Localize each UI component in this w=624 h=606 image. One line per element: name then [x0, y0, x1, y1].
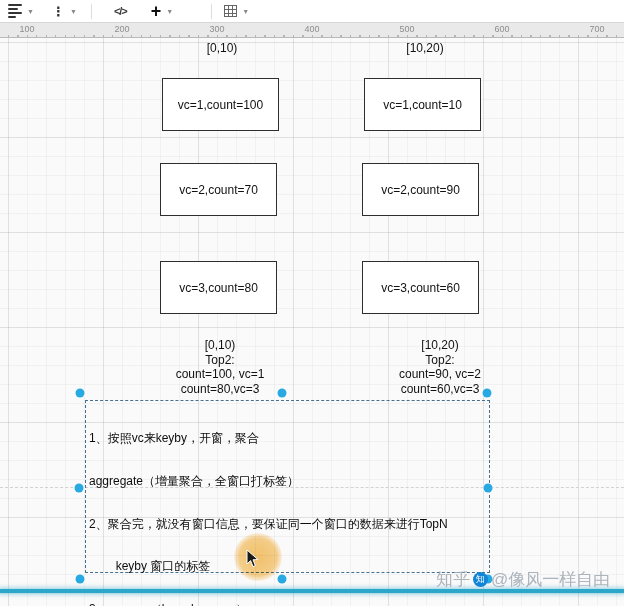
ruler-tick: 300	[209, 24, 224, 34]
edit-code-button[interactable]: </>	[92, 5, 127, 17]
diagram-editor-window: ▼ ⋮ ▼ </> + ▼ ▼ 100 200 300 400 500 600 …	[0, 0, 624, 606]
chevron-down-icon[interactable]: ▼	[166, 8, 173, 15]
ruler-tick: 600	[494, 24, 509, 34]
line-spacing-button[interactable]: ▼	[0, 4, 34, 18]
zhihu-logo-icon: 知	[473, 572, 488, 587]
note-line: 1、按照vc来keyby，开窗，聚合	[89, 431, 448, 445]
window-summary[interactable]: [0,10) Top2: count=100, vc=1 count=80,vc…	[176, 338, 265, 396]
chevron-down-icon[interactable]: ▼	[242, 8, 249, 15]
window-range-label[interactable]: [0,10)	[207, 41, 238, 55]
plus-icon: +	[151, 2, 162, 20]
summary-line: [10,20)	[399, 338, 481, 353]
vc-count-box[interactable]: vc=2,count=90	[362, 163, 479, 216]
selection-handle[interactable]	[76, 575, 85, 584]
note-line: aggregate（增量聚合，全窗口打标签）	[89, 474, 448, 488]
horizontal-ruler: 100 200 300 400 500 600 700	[0, 22, 624, 38]
table-grid-icon	[224, 5, 237, 17]
ruler-tick: 500	[399, 24, 414, 34]
watermark: 知乎 知 @像风一样自由	[436, 568, 610, 591]
chevron-down-icon[interactable]: ▼	[27, 8, 34, 15]
vc-count-box[interactable]: vc=1,count=100	[162, 78, 279, 131]
vc-count-box[interactable]: vc=3,count=80	[160, 261, 277, 314]
ruler-tick: 200	[114, 24, 129, 34]
table-button[interactable]: ▼	[212, 5, 249, 17]
summary-line: count=80,vc=3	[176, 382, 265, 397]
summary-line: [0,10)	[176, 338, 265, 353]
summary-line: Top2:	[399, 353, 481, 368]
diagram-canvas[interactable]: [0,10) [10,20) vc=1,count=100 vc=1,count…	[0, 38, 624, 606]
watermark-site: 知乎	[436, 568, 470, 591]
mouse-cursor-icon	[246, 549, 259, 568]
window-range-label[interactable]: [10,20)	[406, 41, 443, 55]
code-icon: </>	[114, 5, 127, 17]
vc-count-box[interactable]: vc=3,count=60	[362, 261, 479, 314]
summary-line: Top2:	[176, 353, 265, 368]
selection-handle[interactable]	[483, 389, 492, 398]
toolbar: ▼ ⋮ ▼ </> + ▼ ▼	[0, 0, 624, 22]
note-line: 2、聚合完，就没有窗口信息，要保证同一个窗口的数据来进行TopN	[89, 517, 448, 531]
ruler-tick: 700	[589, 24, 604, 34]
chevron-down-icon[interactable]: ▼	[70, 8, 77, 15]
note-line: 3、process（keyedprocess）	[89, 602, 448, 606]
ruler-tick: 100	[19, 24, 34, 34]
watermark-handle: @像风一样自由	[491, 568, 610, 591]
selection-handle[interactable]	[278, 575, 287, 584]
vertical-dots-icon: ⋮	[52, 5, 65, 18]
selection-handle[interactable]	[76, 389, 85, 398]
vc-count-box[interactable]: vc=1,count=10	[364, 78, 481, 131]
ruler-tick: 400	[304, 24, 319, 34]
insert-button[interactable]: + ▼	[127, 2, 173, 20]
vertical-dots-button[interactable]: ⋮ ▼	[34, 5, 77, 18]
selection-handle[interactable]	[484, 484, 493, 493]
summary-line: count=60,vc=3	[399, 382, 481, 397]
selection-handle[interactable]	[278, 389, 287, 398]
window-summary[interactable]: [10,20) Top2: count=90, vc=2 count=60,vc…	[399, 338, 481, 396]
vc-count-box[interactable]: vc=2,count=70	[160, 163, 277, 216]
summary-line: count=90, vc=2	[399, 367, 481, 382]
summary-line: count=100, vc=1	[176, 367, 265, 382]
selection-handle[interactable]	[75, 484, 84, 493]
align-lines-icon	[8, 4, 22, 18]
